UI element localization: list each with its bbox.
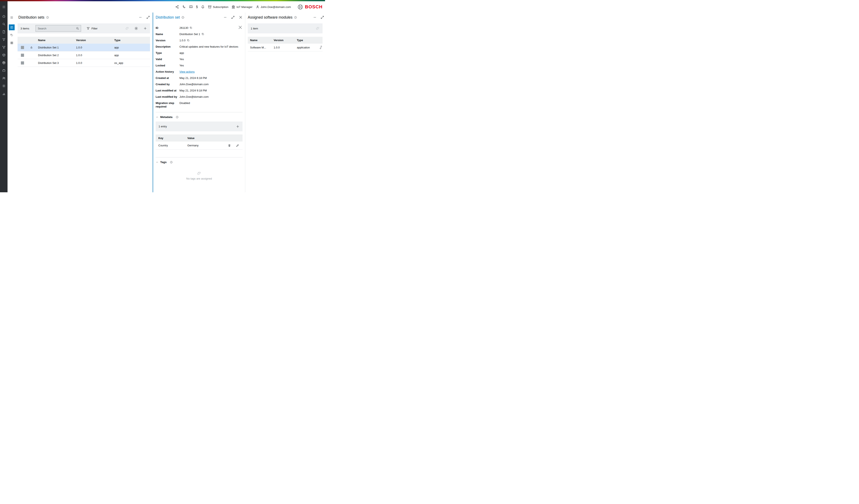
- info-button[interactable]: [181, 16, 184, 19]
- field-last-modified-by: Last modified by John.Doe@domain.com: [153, 93, 245, 100]
- sidebar-item-settings[interactable]: [0, 82, 7, 90]
- field-value: 1.0.0: [179, 39, 185, 42]
- table-row[interactable]: Distribution Set 2 1.0.0 app: [17, 51, 150, 59]
- info-icon: [176, 116, 179, 119]
- table-row[interactable]: Country Germany: [156, 141, 243, 150]
- sidebar-item-filter[interactable]: [0, 36, 7, 43]
- sidebar-item-menu[interactable]: [0, 1, 7, 13]
- row-checkbox[interactable]: [21, 46, 24, 49]
- view-tags-button[interactable]: [9, 32, 15, 38]
- table-settings-button[interactable]: [134, 27, 138, 30]
- subscription-button[interactable]: Subscription: [208, 5, 228, 9]
- notifications-button[interactable]: [201, 5, 205, 9]
- expand-button[interactable]: [231, 15, 235, 19]
- view-modules-button[interactable]: [9, 40, 15, 46]
- info-button[interactable]: [46, 16, 49, 19]
- add-metadata-button[interactable]: [236, 125, 240, 128]
- view-actions-link[interactable]: View actions: [179, 70, 195, 74]
- sidebar-item-documents[interactable]: [0, 28, 7, 36]
- copy-icon[interactable]: [187, 39, 190, 42]
- grid-icon: [10, 41, 13, 44]
- info-button[interactable]: [170, 161, 173, 164]
- sidebar-item-distribution-sets[interactable]: [0, 59, 7, 66]
- user-icon: [256, 5, 259, 9]
- row-type: app: [114, 46, 150, 49]
- assign-tag-button[interactable]: [125, 27, 129, 30]
- expand-button[interactable]: [146, 15, 150, 19]
- minimize-button[interactable]: [138, 15, 142, 19]
- field-valid: Valid Yes: [153, 56, 245, 62]
- info-button[interactable]: [176, 116, 179, 119]
- meta-value: Germany: [187, 144, 228, 147]
- search-input[interactable]: [38, 27, 76, 30]
- filter-button[interactable]: Filter: [87, 27, 97, 30]
- info-button[interactable]: [294, 16, 297, 19]
- add-distribution-set-button[interactable]: [143, 27, 147, 30]
- copy-icon[interactable]: [201, 33, 204, 35]
- modules-toolbar: 1 item: [248, 24, 322, 33]
- secondary-sidebar: [7, 13, 16, 192]
- collapse-metadata-button[interactable]: [156, 116, 159, 119]
- contact-button[interactable]: [182, 5, 186, 9]
- panel-menu-button[interactable]: [9, 15, 15, 20]
- sidebar-item-home[interactable]: [0, 13, 7, 20]
- row-version: 1.0.0: [76, 61, 114, 64]
- sidebar-item-workflows[interactable]: [0, 43, 7, 51]
- sidebar-item-briefcase[interactable]: [0, 66, 7, 74]
- field-value: May 21, 2024 9:18 PM: [179, 89, 207, 92]
- view-list-button[interactable]: [9, 25, 15, 30]
- expand-button[interactable]: [320, 15, 324, 19]
- table-row[interactable]: Distribution Set 1 1.0.0 app: [17, 44, 150, 51]
- minimize-button[interactable]: [223, 15, 227, 19]
- legal-button[interactable]: §: [196, 5, 198, 9]
- share-button[interactable]: [175, 5, 179, 9]
- sets-toolbar: 3 items Filter: [17, 24, 150, 33]
- delete-metadata-button[interactable]: [228, 144, 231, 147]
- bosch-logo: BOSCH: [298, 4, 322, 10]
- minimize-button[interactable]: [313, 15, 317, 19]
- sidebar-item-search[interactable]: [0, 20, 7, 28]
- sidebar-item-analytics[interactable]: [0, 90, 7, 97]
- col-key: Key: [159, 137, 187, 140]
- row-type: application: [297, 46, 317, 49]
- field-last-modified-at: Last modified at May 21, 2024 9:18 PM: [153, 87, 245, 93]
- bar-chart-icon: [2, 92, 6, 95]
- sidebar-item-users[interactable]: [0, 74, 7, 82]
- search-box[interactable]: [35, 25, 81, 32]
- expand-icon: [231, 15, 235, 19]
- collapse-tags-button[interactable]: [156, 161, 159, 164]
- section-divider: [156, 157, 243, 157]
- field-type: Type app: [153, 50, 245, 56]
- documentation-button[interactable]: [189, 5, 193, 9]
- edit-metadata-button[interactable]: [236, 144, 239, 147]
- unassign-module-button[interactable]: [319, 46, 322, 49]
- tags-section-header: Tags: [156, 161, 243, 164]
- assign-module-button[interactable]: [316, 27, 320, 30]
- table-row[interactable]: Distribution Set 3 1.0.0 os_app: [17, 59, 150, 67]
- row-checkbox[interactable]: [21, 61, 24, 64]
- share-icon: [175, 5, 179, 9]
- bosch-wordmark: BOSCH: [305, 4, 322, 10]
- sidebar-item-packages[interactable]: [0, 51, 7, 59]
- row-version: 1.0.0: [76, 46, 114, 49]
- row-checkbox[interactable]: [21, 54, 24, 57]
- reader-icon: [189, 5, 193, 9]
- metadata-title: Metadata: [160, 116, 172, 119]
- copy-icon[interactable]: [190, 26, 192, 29]
- table-header: Key Value: [156, 135, 243, 141]
- actions-tools-button[interactable]: [238, 26, 242, 29]
- field-created-by: Created by John.Doe@domain.com: [153, 81, 245, 87]
- items-count: 1 item: [251, 27, 258, 30]
- app-switcher-button[interactable]: IoT Manager: [231, 5, 252, 9]
- field-value: Yes: [179, 57, 184, 61]
- row-name: Distribution Set 1: [38, 46, 76, 49]
- user-menu-button[interactable]: John.Doe@domain.com: [256, 5, 291, 9]
- close-button[interactable]: [239, 15, 243, 19]
- row-name: Software M...: [250, 46, 274, 49]
- table-row[interactable]: Software M... 1.0.0 application: [248, 44, 322, 51]
- gear-icon: [2, 84, 6, 88]
- tags-title: Tags: [160, 161, 167, 164]
- table-header: Name Version Type: [248, 37, 322, 44]
- gear-icon: [134, 27, 138, 30]
- field-value: John.Doe@domain.com: [179, 82, 209, 86]
